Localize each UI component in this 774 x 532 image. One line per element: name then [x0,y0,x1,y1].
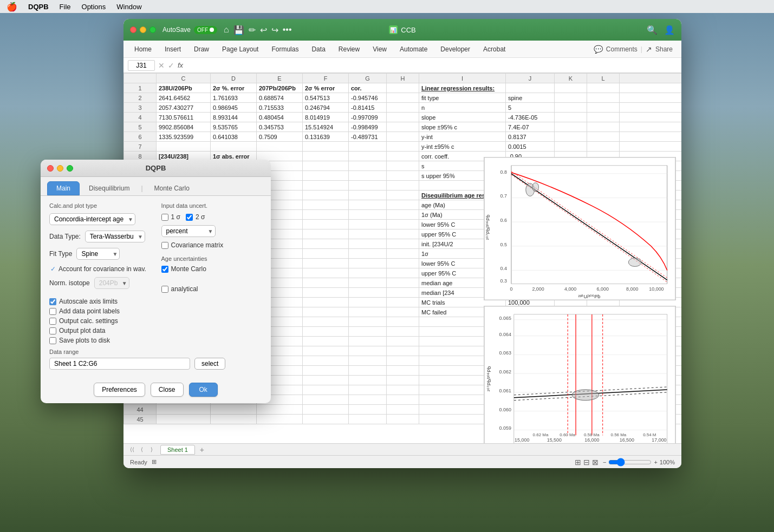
calc-plot-select[interactable]: Concordia-intercept age [49,213,135,225]
fit-type-select[interactable]: Spine [76,248,120,260]
sigma2-checkbox[interactable] [186,214,193,221]
save-plots-checkbox[interactable] [49,337,56,344]
monte-carlo-checkbox[interactable] [161,266,168,273]
apple-menu[interactable]: 🍎 [6,2,17,12]
tab-developer[interactable]: Developer [434,43,477,55]
zoom-range-input[interactable] [608,458,652,467]
cell-f3[interactable]: 0.246794 [303,103,349,113]
excel-minimize-button[interactable] [140,27,146,33]
output-calc-label[interactable]: Output calc. settings [49,317,118,325]
covariance-matrix-label[interactable]: Covariance matrix [161,241,263,249]
zoom-in-icon[interactable]: + [654,459,657,465]
tab-insert[interactable]: Insert [158,43,187,55]
excel-maximize-button[interactable] [149,27,156,33]
cell-g1[interactable]: cor. [349,83,387,93]
output-plot-checkbox[interactable] [49,327,56,334]
dialog-minimize-button[interactable] [57,165,63,172]
tab-acrobat[interactable]: Acrobat [477,43,512,55]
menu-options[interactable]: Options [77,2,110,12]
dialog-tab-monte-carlo[interactable]: Monte Carlo [145,181,199,195]
tab-view[interactable]: View [366,43,393,55]
norm-isotope-select[interactable]: 204Pb [94,277,129,289]
sigma1-checkbox[interactable] [161,214,168,221]
cell-f4[interactable]: 8.014919 [303,113,349,122]
cell-c2[interactable]: 2641.64562 [157,93,211,103]
cell-g5[interactable]: -0.998499 [349,122,387,132]
sheet-nav-first[interactable]: ⟨⟨ [128,445,136,454]
add-labels-checkbox[interactable] [49,308,56,315]
dialog-maximize-button[interactable] [67,165,73,172]
page-break-view-icon[interactable]: ⊠ [592,458,599,467]
covariance-matrix-checkbox[interactable] [161,242,168,249]
app-name[interactable]: DQPB [24,2,53,12]
account-covariance-label[interactable]: Account for covariance in wav. [58,265,146,273]
percent-select[interactable]: percent [161,225,216,237]
analytical-checkbox[interactable] [161,286,168,293]
edit-icon[interactable]: ✏ [249,25,256,35]
data-type-select[interactable]: Tera-Wasserbu [85,231,145,242]
cell-g4[interactable]: -0.997099 [349,113,387,122]
sheet-nav-next[interactable]: ⟩ [147,445,156,454]
sheet-tab-1[interactable]: Sheet 1 [160,445,195,455]
person-icon[interactable]: 👤 [664,25,675,35]
cell-c4[interactable]: 7130.576611 [157,113,211,122]
cell-e4[interactable]: 0.480454 [257,113,303,122]
dialog-close-button[interactable] [47,165,54,172]
cell-d5[interactable]: 9.535765 [211,122,257,132]
menu-window[interactable]: Window [112,2,146,12]
cell-f1[interactable]: 2σ % error [303,83,349,93]
cell-c1[interactable]: 238U/206Pb [157,83,211,93]
redo-icon[interactable]: ↪ [271,25,278,35]
cell-e6[interactable]: 0.7509 [257,132,303,142]
cell-d3[interactable]: 0.986945 [211,103,257,113]
dialog-tab-main[interactable]: Main [47,181,80,195]
select-button[interactable]: select [194,358,225,370]
cell-d2[interactable]: 1.761693 [211,93,257,103]
home-icon[interactable]: ⌂ [224,25,229,35]
cell-e5[interactable]: 0.345753 [257,122,303,132]
cell-d6[interactable]: 0.641038 [211,132,257,142]
cell-e2[interactable]: 0.688574 [257,93,303,103]
cell-g2[interactable]: -0.945746 [349,93,387,103]
tab-formulas[interactable]: Formulas [265,43,305,55]
cell-f6[interactable]: 0.131639 [303,132,349,142]
sigma1-label[interactable]: 1 σ [161,213,180,221]
tab-home[interactable]: Home [128,43,158,55]
cell-f5[interactable]: 15.514924 [303,122,349,132]
zoom-out-icon[interactable]: − [603,459,606,465]
cell-d4[interactable]: 8.993144 [211,113,257,122]
data-range-input[interactable] [49,358,190,370]
close-button[interactable]: Close [151,383,184,397]
comments-btn[interactable]: Comments [606,45,638,53]
cell-e3[interactable]: 0.715533 [257,103,303,113]
cell-d1[interactable]: 2σ %. error [211,83,257,93]
cell-g6[interactable]: -0.489731 [349,132,387,142]
page-view-icon[interactable]: ⊟ [583,458,590,467]
autosave-toggle[interactable]: OFF [194,26,217,34]
tab-review[interactable]: Review [332,43,366,55]
autoscale-label[interactable]: Autoscale axis limits [49,298,118,305]
autoscale-checkbox[interactable] [49,298,56,305]
cell-reference-input[interactable]: J31 [128,60,155,71]
search-icon[interactable]: 🔍 [647,25,658,35]
cell-c6[interactable]: 1335.923599 [157,132,211,142]
cell-c5[interactable]: 9902.856084 [157,122,211,132]
more-icon[interactable]: ••• [283,25,292,35]
preferences-button[interactable]: Preferences [94,383,145,397]
cell-c3[interactable]: 2057.430277 [157,103,211,113]
add-sheet-button[interactable]: + [197,445,207,455]
tab-page-layout[interactable]: Page Layout [216,43,265,55]
output-plot-label[interactable]: Output plot data [49,327,105,334]
tab-draw[interactable]: Draw [187,43,216,55]
add-labels-label[interactable]: Add data point labels [49,307,120,315]
sigma2-label[interactable]: 2 σ [186,213,205,221]
menu-file[interactable]: File [55,2,75,12]
undo-icon[interactable]: ↩ [260,25,267,35]
sheet-nav-prev[interactable]: ⟨ [138,445,146,454]
tab-data[interactable]: Data [305,43,331,55]
save-plots-label[interactable]: Save plots to disk [49,337,110,344]
share-btn[interactable]: Share [655,45,673,53]
tab-automate[interactable]: Automate [393,43,434,55]
formula-input[interactable] [186,62,677,69]
cell-g3[interactable]: -0.81415 [349,103,387,113]
